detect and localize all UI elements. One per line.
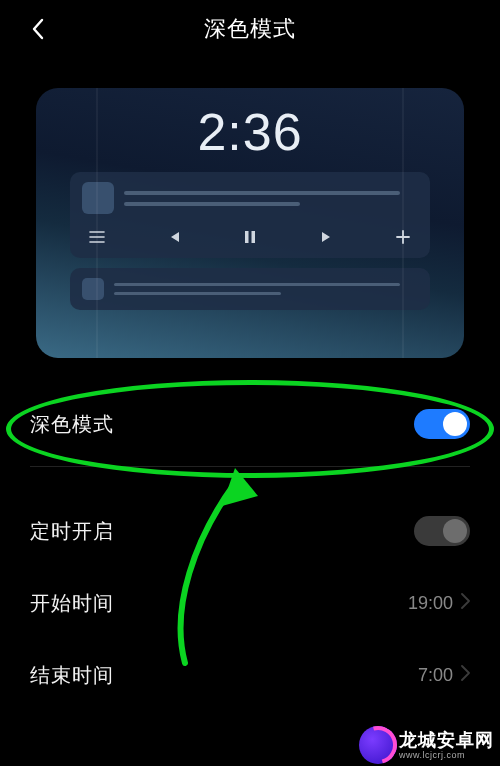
chevron-left-icon bbox=[30, 17, 46, 41]
scheduled-row[interactable]: 定时开启 bbox=[0, 495, 500, 567]
scheduled-label: 定时开启 bbox=[30, 518, 114, 545]
chevron-right-icon bbox=[461, 665, 470, 686]
header: 深色模式 bbox=[0, 0, 500, 58]
page-title: 深色模式 bbox=[0, 14, 500, 44]
end-time-label: 结束时间 bbox=[30, 662, 114, 689]
dark-mode-label: 深色模式 bbox=[30, 411, 114, 438]
dark-mode-row[interactable]: 深色模式 bbox=[0, 388, 500, 460]
watermark-text-cn: 龙城安卓网 bbox=[399, 731, 494, 749]
start-time-row[interactable]: 开始时间 19:00 bbox=[0, 567, 500, 639]
watermark-logo bbox=[359, 726, 397, 764]
end-time-row[interactable]: 结束时间 7:00 bbox=[0, 639, 500, 711]
dark-mode-toggle[interactable] bbox=[414, 409, 470, 439]
watermark: 龙城安卓网 www.lcjcrj.com bbox=[359, 726, 494, 764]
watermark-text-en: www.lcjcrj.com bbox=[399, 751, 465, 760]
start-time-label: 开始时间 bbox=[30, 590, 114, 617]
start-time-value: 19:00 bbox=[408, 593, 453, 614]
end-time-value: 7:00 bbox=[418, 665, 453, 686]
preview-card: 2:36 bbox=[36, 88, 464, 358]
scheduled-toggle[interactable] bbox=[414, 516, 470, 546]
divider bbox=[30, 466, 470, 467]
back-button[interactable] bbox=[20, 7, 56, 51]
chevron-right-icon bbox=[461, 593, 470, 614]
